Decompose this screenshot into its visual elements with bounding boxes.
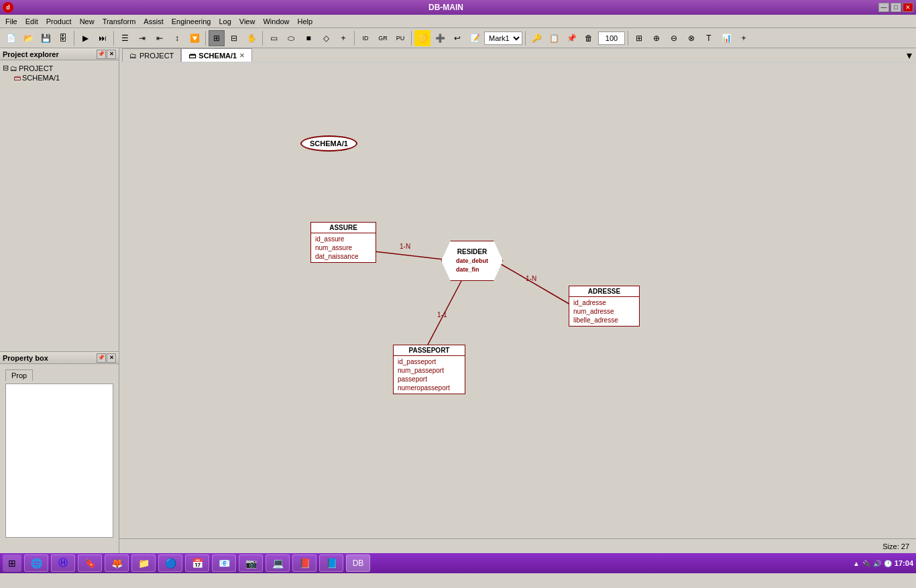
menubar: FileEditProductNewTransformAssistEnginee… bbox=[0, 15, 916, 28]
taskbar-firefox[interactable]: 🦊 bbox=[105, 554, 129, 572]
redo-button[interactable]: ↩ bbox=[449, 30, 465, 46]
paste-button[interactable]: 📌 bbox=[563, 30, 579, 46]
list-button[interactable]: ☰ bbox=[117, 30, 133, 46]
taskbar-camera[interactable]: 📷 bbox=[239, 554, 263, 572]
zoom-in[interactable]: ⊕ bbox=[648, 30, 665, 46]
square-button[interactable]: ■ bbox=[300, 30, 317, 46]
prop-close-button[interactable]: ✕ bbox=[107, 353, 116, 363]
zoom-more[interactable]: ⊗ bbox=[683, 30, 699, 46]
taskbar-word[interactable]: 📘 bbox=[319, 554, 343, 572]
menu-item-engineering[interactable]: Engineering bbox=[168, 16, 215, 27]
filter-button[interactable]: 🔽 bbox=[186, 30, 203, 46]
plus-button[interactable]: + bbox=[335, 30, 351, 46]
pu-button[interactable]: PU bbox=[392, 30, 408, 46]
taskbar-calendar[interactable]: 📅 bbox=[185, 554, 209, 572]
menu-item-help[interactable]: Help bbox=[294, 16, 317, 27]
tab-schema1-close[interactable]: ✕ bbox=[239, 52, 245, 59]
chart-button[interactable]: 📊 bbox=[718, 30, 734, 46]
taskbar-bookmark[interactable]: 🔖 bbox=[78, 554, 102, 572]
entity-passeport[interactable]: PASSEPORT id_passeport num_passeport pas… bbox=[393, 345, 465, 394]
run-all-button[interactable]: ⏭ bbox=[95, 30, 111, 46]
project-explorer: Project explorer 📌 ✕ ⊟ 🗂 PROJECT 🗃 SCHEM… bbox=[0, 48, 119, 352]
property-content: Prop bbox=[0, 364, 119, 543]
zoom-fit[interactable]: ⊞ bbox=[631, 30, 647, 46]
plus2-button[interactable]: ➕ bbox=[432, 30, 448, 46]
close-button[interactable]: ✕ bbox=[903, 3, 913, 12]
diagram-canvas[interactable]: SCHEMA/1 ASSURE id_assure num_assure dat… bbox=[119, 63, 916, 538]
outdent-button[interactable]: ⇤ bbox=[152, 30, 168, 46]
maximize-button[interactable]: □ bbox=[891, 3, 901, 12]
run-button[interactable]: ▶ bbox=[77, 30, 93, 46]
taskbar-chrome[interactable]: 🔵 bbox=[158, 554, 182, 572]
diagram-svg bbox=[119, 63, 916, 538]
tray-icon-up[interactable]: ▲ bbox=[853, 560, 860, 567]
save-button[interactable]: 💾 bbox=[38, 30, 54, 46]
label-resider-adresse: 1-N bbox=[526, 275, 536, 282]
taskbar-mail[interactable]: 📧 bbox=[212, 554, 236, 572]
prop-tab[interactable]: Prop bbox=[5, 369, 33, 381]
yellow-button[interactable]: 🟡 bbox=[414, 30, 431, 46]
tree-project[interactable]: ⊟ 🗂 PROJECT bbox=[3, 63, 116, 73]
extra-button[interactable]: + bbox=[736, 30, 752, 46]
entity-passeport-body: id_passeport num_passeport passeport num… bbox=[394, 356, 465, 394]
copy-button[interactable]: 📋 bbox=[546, 30, 562, 46]
tab-dropdown[interactable]: ▾ bbox=[903, 49, 916, 62]
tab-schema1[interactable]: 🗃 SCHEMA/1 ✕ bbox=[181, 48, 252, 62]
menu-item-new[interactable]: New bbox=[76, 16, 99, 27]
schema-node[interactable]: SCHEMA/1 bbox=[300, 135, 357, 152]
zoom-out[interactable]: ⊖ bbox=[666, 30, 682, 46]
indent-button[interactable]: ⇥ bbox=[134, 30, 150, 46]
prop-pin-button[interactable]: 📌 bbox=[97, 353, 106, 363]
align-button[interactable]: ⊟ bbox=[226, 30, 242, 46]
open-button[interactable]: 📂 bbox=[20, 30, 36, 46]
taskbar-folder[interactable]: 📁 bbox=[131, 554, 156, 572]
start-button[interactable]: ⊞ bbox=[3, 554, 21, 572]
del-button[interactable]: 🗑 bbox=[581, 30, 597, 46]
ellipse-button[interactable]: ⬭ bbox=[283, 30, 299, 46]
taskbar-acrobat[interactable]: 📕 bbox=[292, 554, 317, 572]
entity-assure[interactable]: ASSURE id_assure num_assure dat_naissanc… bbox=[310, 222, 376, 263]
field-passeport: passeport bbox=[398, 375, 461, 384]
taskbar-tray: ▲ 🔌 🔊 🕐 17:04 bbox=[853, 559, 913, 567]
sep3 bbox=[205, 31, 206, 46]
mark-select[interactable]: Mark1 bbox=[484, 32, 522, 45]
hand-button[interactable]: ✋ bbox=[243, 30, 260, 46]
save-all-button[interactable]: 🗄 bbox=[55, 30, 71, 46]
rect-button[interactable]: ▭ bbox=[266, 30, 282, 46]
diamond-button[interactable]: ◇ bbox=[318, 30, 334, 46]
menu-item-product[interactable]: Product bbox=[42, 16, 76, 27]
gr-button[interactable]: GR bbox=[375, 30, 391, 46]
tab-project[interactable]: 🗂 PROJECT bbox=[122, 48, 181, 62]
panel-close-button[interactable]: ✕ bbox=[107, 50, 116, 59]
minimize-button[interactable]: — bbox=[878, 3, 889, 12]
id-button[interactable]: ID bbox=[357, 30, 374, 46]
panel-header-buttons: 📌 ✕ bbox=[97, 50, 116, 59]
toolbar: 📄 📂 💾 🗄 ▶ ⏭ ☰ ⇥ ⇤ ↕ 🔽 ⊞ ⊟ ✋ ▭ ⬭ ■ ◇ + ID… bbox=[0, 28, 916, 48]
zoom-input[interactable]: 100 bbox=[598, 32, 625, 45]
tree-expand-icon: ⊟ bbox=[3, 64, 9, 72]
new-button[interactable]: 📄 bbox=[3, 30, 19, 46]
tab-project-icon: 🗂 bbox=[129, 52, 137, 60]
key-button[interactable]: 🔑 bbox=[528, 30, 545, 46]
note-button[interactable]: 📝 bbox=[467, 30, 483, 46]
tree-schema[interactable]: 🗃 SCHEMA/1 bbox=[3, 73, 116, 82]
taskbar-dbmain[interactable]: DB bbox=[346, 554, 370, 572]
taskbar-hp[interactable]: Ⓗ bbox=[51, 554, 75, 572]
panel-pin-button[interactable]: 📌 bbox=[97, 50, 106, 59]
text-button[interactable]: T bbox=[701, 30, 717, 46]
menu-item-window[interactable]: Window bbox=[259, 16, 293, 27]
grid-button[interactable]: ⊞ bbox=[209, 30, 225, 46]
relation-resider[interactable]: RESIDER date_debut date_fin bbox=[441, 241, 503, 281]
menu-item-edit[interactable]: Edit bbox=[21, 16, 42, 27]
taskbar-ie[interactable]: 🌐 bbox=[24, 554, 48, 572]
menu-item-transform[interactable]: Transform bbox=[99, 16, 140, 27]
taskbar-powershell[interactable]: 💻 bbox=[266, 554, 290, 572]
sep5 bbox=[354, 31, 355, 46]
menu-item-view[interactable]: View bbox=[235, 16, 260, 27]
entity-adresse[interactable]: ADRESSE id_adresse num_adresse libelle_a… bbox=[569, 286, 640, 327]
menu-item-file[interactable]: File bbox=[1, 16, 21, 27]
entity-passeport-header: PASSEPORT bbox=[394, 345, 465, 356]
menu-item-assist[interactable]: Assist bbox=[139, 16, 167, 27]
sort-button[interactable]: ↕ bbox=[169, 30, 185, 46]
menu-item-log[interactable]: Log bbox=[215, 16, 235, 27]
